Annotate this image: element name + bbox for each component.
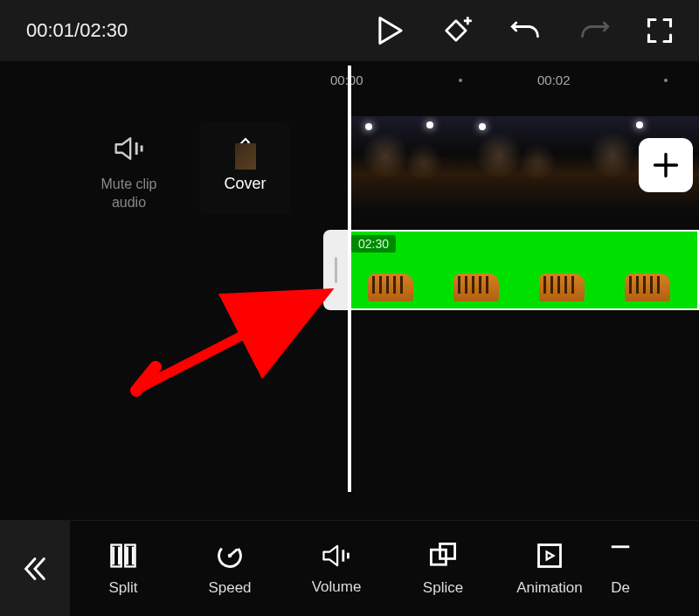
back-button[interactable]: [0, 521, 70, 617]
splice-button[interactable]: Splice: [390, 521, 496, 616]
split-button[interactable]: Split: [70, 521, 176, 616]
redo-button[interactable]: [578, 17, 610, 44]
volume-label: Volume: [312, 578, 362, 596]
chevron-left-double-icon: [23, 556, 47, 582]
cover-button[interactable]: Cover: [199, 122, 291, 214]
volume-icon: [320, 542, 353, 570]
svg-point-10: [228, 553, 232, 557]
svg-rect-14: [440, 543, 455, 558]
splice-label: Splice: [423, 579, 463, 597]
add-clip-button[interactable]: [639, 138, 693, 192]
delete-button[interactable]: De: [603, 521, 638, 616]
undo-button[interactable]: [510, 17, 542, 44]
clip-trim-handle-left[interactable]: [323, 230, 348, 310]
delete-label: De: [611, 579, 630, 597]
mute-label: Mute clip audio: [83, 176, 175, 212]
plus-icon: [651, 150, 681, 180]
delete-icon: [607, 541, 633, 571]
time-display: 00:01/02:30: [26, 19, 128, 42]
annotation-arrow: [129, 284, 348, 398]
timeline-area: 00:00 00:02 Mute clip audio Cover: [0, 66, 699, 485]
svg-rect-15: [539, 544, 561, 566]
speed-icon: [215, 541, 245, 571]
ruler-tick-0: 00:00: [330, 73, 363, 87]
clip-duration-badge: 02:30: [351, 235, 396, 253]
green-screen-clip[interactable]: 02:30: [348, 230, 699, 310]
splice-icon: [428, 541, 458, 571]
animation-icon: [535, 541, 564, 571]
top-toolbar: 00:01/02:30: [0, 0, 699, 61]
svg-rect-13: [431, 550, 446, 564]
mute-clip-audio-button[interactable]: Mute clip audio: [83, 134, 175, 212]
split-icon: [108, 541, 138, 571]
bottom-toolbar: Split Speed Volume Splice Animation: [0, 520, 699, 616]
speed-label: Speed: [208, 579, 251, 597]
playback-controls: [377, 16, 673, 45]
volume-button[interactable]: Volume: [283, 521, 390, 616]
speaker-icon: [112, 134, 147, 163]
cover-label: Cover: [224, 175, 266, 193]
speed-button[interactable]: Speed: [176, 521, 283, 616]
current-time: 00:01: [26, 19, 74, 41]
keyframe-button[interactable]: [440, 16, 474, 45]
fullscreen-button[interactable]: [647, 17, 673, 44]
ruler-tick-1: 00:02: [537, 73, 571, 87]
total-time: 02:30: [80, 19, 128, 41]
cover-thumbnail: [235, 143, 256, 170]
animation-button[interactable]: Animation: [496, 521, 603, 616]
play-button[interactable]: [377, 16, 404, 45]
ruler-dot: [664, 79, 668, 82]
ruler-dot: [459, 79, 462, 82]
playhead[interactable]: [348, 66, 351, 492]
video-track-2[interactable]: 02:30: [323, 230, 699, 310]
animation-label: Animation: [516, 579, 583, 597]
split-label: Split: [108, 579, 137, 597]
